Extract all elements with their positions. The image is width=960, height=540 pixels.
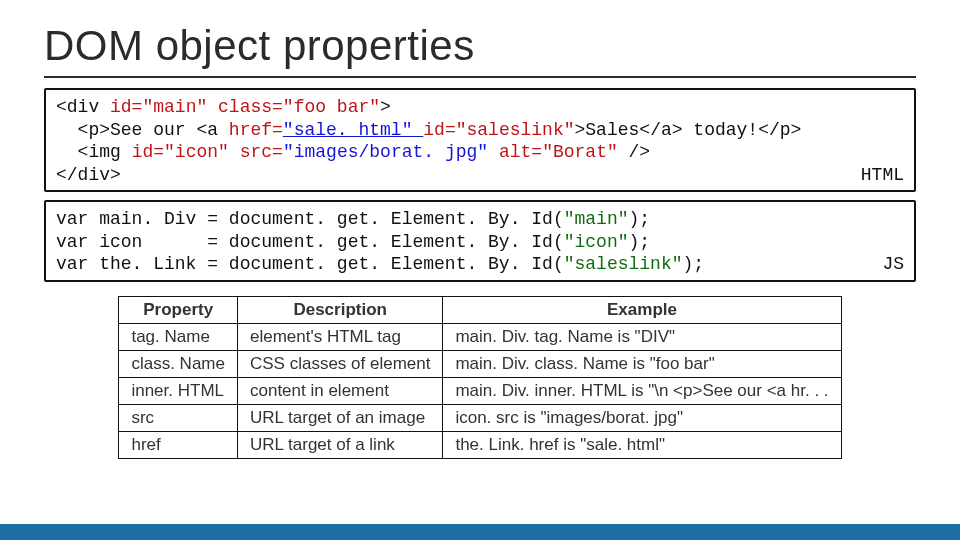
code-text: > (380, 97, 391, 117)
code-lang-label: HTML (861, 164, 904, 187)
table-header-row: Property Description Example (119, 296, 841, 323)
code-attr: href= (229, 120, 283, 140)
code-text: ); (629, 209, 651, 229)
code-text: <p>See our <a (56, 120, 229, 140)
page-title: DOM object properties (44, 22, 916, 70)
code-text (207, 97, 218, 117)
cell-description: URL target of an image (237, 404, 442, 431)
col-header-example: Example (443, 296, 841, 323)
cell-example: the. Link. href is "sale. html" (443, 431, 841, 458)
code-attr: alt="Borat" (499, 142, 618, 162)
code-text: ); (629, 232, 651, 252)
code-text: var main. Div = document. get. Element. … (56, 209, 564, 229)
code-text: ); (683, 254, 705, 274)
cell-example: icon. src is "images/borat. jpg" (443, 404, 841, 431)
footer-accent-bar (0, 524, 960, 540)
cell-description: CSS classes of element (237, 350, 442, 377)
code-attr: class="foo bar" (218, 97, 380, 117)
cell-example: main. Div. class. Name is "foo bar" (443, 350, 841, 377)
code-attr: src= (240, 142, 283, 162)
table-row: class. Name CSS classes of element main.… (119, 350, 841, 377)
code-text: var the. Link = document. get. Element. … (56, 254, 564, 274)
code-text: <div (56, 97, 110, 117)
table-row: src URL target of an image icon. src is … (119, 404, 841, 431)
code-text: /> (618, 142, 650, 162)
code-src-value: "images/borat. jpg" (283, 142, 499, 162)
table-row: inner. HTML content in element main. Div… (119, 377, 841, 404)
code-text: </div> (56, 165, 121, 185)
cell-description: element's HTML tag (237, 323, 442, 350)
properties-table: Property Description Example tag. Name e… (118, 296, 841, 459)
table-row: tag. Name element's HTML tag main. Div. … (119, 323, 841, 350)
cell-property: inner. HTML (119, 377, 238, 404)
js-code-box: var main. Div = document. get. Element. … (44, 200, 916, 282)
code-attr: id="icon" (132, 142, 229, 162)
code-string: "saleslink" (564, 254, 683, 274)
html-code-box: <div id="main" class="foo bar"> <p>See o… (44, 88, 916, 192)
code-string: "main" (564, 209, 629, 229)
cell-description: URL target of a link (237, 431, 442, 458)
table-row: href URL target of a link the. Link. hre… (119, 431, 841, 458)
cell-example: main. Div. inner. HTML is "\n <p>See our… (443, 377, 841, 404)
cell-property: src (119, 404, 238, 431)
code-text: >Sales</a> today!</p> (575, 120, 802, 140)
code-attr: id="saleslink" (423, 120, 574, 140)
slide: DOM object properties <div id="main" cla… (0, 0, 960, 540)
code-string: "icon" (564, 232, 629, 252)
col-header-description: Description (237, 296, 442, 323)
col-header-property: Property (119, 296, 238, 323)
code-lang-label: JS (882, 253, 904, 276)
code-text: var icon = document. get. Element. By. I… (56, 232, 564, 252)
cell-property: class. Name (119, 350, 238, 377)
title-rule (44, 76, 916, 78)
code-href-value: "sale. html" (283, 120, 423, 140)
cell-description: content in element (237, 377, 442, 404)
code-text: <img (56, 142, 132, 162)
cell-property: href (119, 431, 238, 458)
code-attr: id="main" (110, 97, 207, 117)
cell-example: main. Div. tag. Name is "DIV" (443, 323, 841, 350)
cell-property: tag. Name (119, 323, 238, 350)
code-text (229, 142, 240, 162)
